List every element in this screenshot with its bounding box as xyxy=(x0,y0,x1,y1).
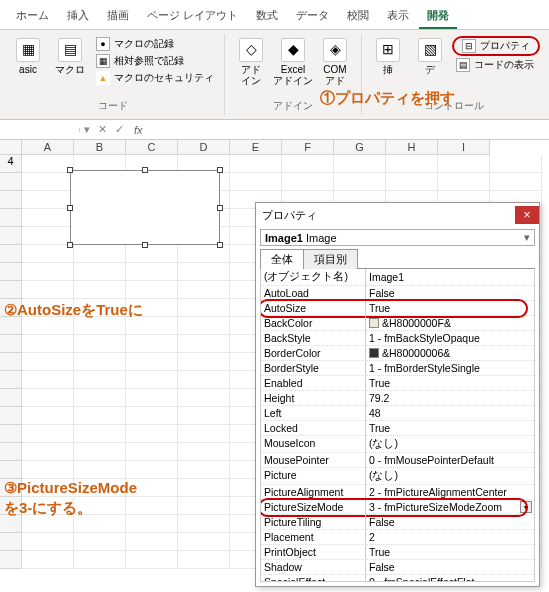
cell[interactable] xyxy=(334,155,386,173)
image-control[interactable] xyxy=(70,170,220,245)
ribbon-tab-挿入[interactable]: 挿入 xyxy=(59,4,97,29)
cell[interactable] xyxy=(74,443,126,461)
formula-input[interactable] xyxy=(149,128,549,132)
property-row-Shadow[interactable]: ShadowFalse xyxy=(261,560,534,575)
row-header[interactable] xyxy=(0,371,22,389)
cell[interactable] xyxy=(74,407,126,425)
property-value[interactable]: 2 xyxy=(366,530,534,545)
cell[interactable] xyxy=(178,461,230,479)
property-value[interactable]: 3 - fmPictureSizeModeZoom xyxy=(366,500,534,515)
property-row-Enabled[interactable]: EnabledTrue xyxy=(261,376,534,391)
property-value[interactable]: 0 - fmMousePointerDefault xyxy=(366,453,534,468)
ribbon-tab-数式[interactable]: 数式 xyxy=(248,4,286,29)
property-row-(オブジェクト名)[interactable]: (オブジェクト名)Image1 xyxy=(261,269,534,286)
resize-handle[interactable] xyxy=(217,242,223,248)
cell[interactable] xyxy=(22,425,74,443)
property-value[interactable]: True xyxy=(366,376,534,391)
cell[interactable] xyxy=(126,443,178,461)
close-button[interactable]: × xyxy=(515,206,539,224)
cell[interactable] xyxy=(178,443,230,461)
property-value[interactable]: 79.2 xyxy=(366,391,534,406)
cell[interactable] xyxy=(178,497,230,515)
row-header[interactable] xyxy=(0,335,22,353)
row-header[interactable] xyxy=(0,443,22,461)
property-value[interactable]: True xyxy=(366,545,534,560)
cell[interactable] xyxy=(74,245,126,263)
enter-icon[interactable]: ✓ xyxy=(111,123,128,136)
col-header-F[interactable]: F xyxy=(282,140,334,155)
cell[interactable] xyxy=(22,461,74,479)
resize-handle[interactable] xyxy=(67,242,73,248)
cell[interactable] xyxy=(438,173,490,191)
insert-control-button[interactable]: ⊞挿 xyxy=(368,36,408,77)
chevron-down-icon[interactable]: ▾ xyxy=(524,231,530,244)
property-row-PictureSizeMode[interactable]: ▾PictureSizeMode3 - fmPictureSizeModeZoo… xyxy=(261,500,534,515)
cell[interactable] xyxy=(178,335,230,353)
cell[interactable] xyxy=(490,155,542,173)
cell[interactable] xyxy=(282,173,334,191)
cell[interactable] xyxy=(126,389,178,407)
cell[interactable] xyxy=(178,281,230,299)
ribbon-tab-データ[interactable]: データ xyxy=(288,4,337,29)
view-code-button[interactable]: ▤コードの表示 xyxy=(452,57,540,73)
cell[interactable] xyxy=(74,335,126,353)
property-row-SpecialEffect[interactable]: SpecialEffect0 - fmSpecialEffectFlat xyxy=(261,575,534,582)
property-row-BorderColor[interactable]: BorderColor&H80000006& xyxy=(261,346,534,361)
cell[interactable] xyxy=(178,515,230,533)
cell[interactable] xyxy=(22,335,74,353)
row-header[interactable]: 4 xyxy=(0,155,22,173)
row-header[interactable] xyxy=(0,191,22,209)
property-tab-1[interactable]: 項目別 xyxy=(303,249,358,269)
property-value[interactable]: &H8000000F& xyxy=(366,316,534,331)
dropdown-icon[interactable]: ▾ xyxy=(520,501,532,513)
cell[interactable] xyxy=(126,461,178,479)
col-header-D[interactable]: D xyxy=(178,140,230,155)
cell[interactable] xyxy=(22,281,74,299)
cell[interactable] xyxy=(178,407,230,425)
cell[interactable] xyxy=(230,155,282,173)
property-row-Left[interactable]: Left48 xyxy=(261,406,534,421)
property-value[interactable]: &H80000006& xyxy=(366,346,534,361)
row-header[interactable] xyxy=(0,479,22,497)
cell[interactable] xyxy=(74,371,126,389)
macro-security-button[interactable]: ▲マクロのセキュリティ xyxy=(92,70,218,86)
cell[interactable] xyxy=(22,551,74,569)
cell[interactable] xyxy=(74,479,126,497)
object-selector[interactable]: Image1 Image ▾ xyxy=(260,229,535,246)
cell[interactable] xyxy=(74,551,126,569)
cell[interactable] xyxy=(178,263,230,281)
properties-button[interactable]: ⊟プロパティ xyxy=(458,38,534,54)
cell[interactable] xyxy=(22,173,74,191)
property-value[interactable]: False xyxy=(366,286,534,301)
name-box[interactable] xyxy=(0,128,80,132)
ribbon-tab-校閲[interactable]: 校閲 xyxy=(339,4,377,29)
cell[interactable] xyxy=(126,533,178,551)
row-header[interactable] xyxy=(0,317,22,335)
cell[interactable] xyxy=(126,371,178,389)
property-row-Locked[interactable]: LockedTrue xyxy=(261,421,534,436)
cell[interactable] xyxy=(178,533,230,551)
resize-handle[interactable] xyxy=(142,242,148,248)
property-row-Height[interactable]: Height79.2 xyxy=(261,391,534,406)
property-value[interactable]: 48 xyxy=(366,406,534,421)
cell[interactable] xyxy=(22,407,74,425)
property-value[interactable]: 2 - fmPictureAlignmentCenter xyxy=(366,485,534,500)
cell[interactable] xyxy=(126,497,178,515)
property-row-Picture[interactable]: Picture(なし) xyxy=(261,468,534,485)
ribbon-tab-ページ レイアウト[interactable]: ページ レイアウト xyxy=(139,4,246,29)
property-value[interactable]: (なし) xyxy=(366,468,534,485)
row-header[interactable] xyxy=(0,533,22,551)
property-grid[interactable]: (オブジェクト名)Image1AutoLoadFalseAutoSizeTrue… xyxy=(260,269,535,582)
property-value[interactable]: 0 - fmSpecialEffectFlat xyxy=(366,575,534,582)
cell[interactable] xyxy=(74,299,126,317)
addins-button[interactable]: ◇アド イン xyxy=(231,36,271,88)
col-header-A[interactable]: A xyxy=(22,140,74,155)
resize-handle[interactable] xyxy=(67,167,73,173)
design-mode-button[interactable]: ▧デ xyxy=(410,36,450,77)
property-row-MouseIcon[interactable]: MouseIcon(なし) xyxy=(261,436,534,453)
col-header-I[interactable]: I xyxy=(438,140,490,155)
dropdown-icon[interactable]: ▾ xyxy=(80,123,94,136)
property-value[interactable]: Image1 xyxy=(366,269,534,286)
cancel-icon[interactable]: ✕ xyxy=(94,123,111,136)
cell[interactable] xyxy=(126,353,178,371)
